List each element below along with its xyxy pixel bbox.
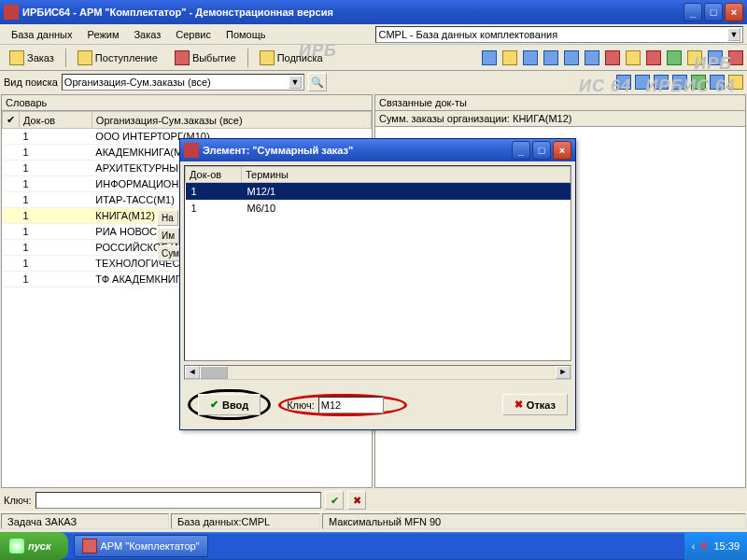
tool-icon[interactable]	[728, 50, 743, 65]
key-ok-button[interactable]: ✔	[325, 491, 344, 510]
menu-db[interactable]: База данных	[4, 27, 80, 42]
dialog-grid[interactable]: Док-ов Термины 1М12/11М6/10	[184, 165, 571, 361]
tool-icon[interactable]	[667, 50, 682, 65]
tray-icon[interactable]: ‹	[692, 540, 696, 552]
tool-icon[interactable]	[543, 50, 558, 65]
tool-icon[interactable]	[646, 50, 661, 65]
table-row[interactable]: 1М6/10	[186, 200, 571, 217]
taskbar-app[interactable]: АРМ "Комплектатор"	[74, 535, 208, 557]
status-task: Задача ЗАКАЗ	[1, 513, 169, 529]
dialog-buttons: ✔ Ввод Ключ: ✖ Отказ	[180, 384, 575, 429]
system-tray: ‹ K 15:39	[684, 532, 747, 560]
disposal-label: Выбытие	[192, 52, 236, 63]
col-term[interactable]: Организация-Сум.заказы (все)	[92, 112, 371, 129]
receipt-button[interactable]: Поступление	[72, 49, 163, 67]
tool-icon[interactable]	[710, 75, 725, 90]
taskbar: пуск АРМ "Комплектатор" ‹ K 15:39	[0, 532, 747, 560]
dialog-maximize-button[interactable]: □	[532, 141, 551, 160]
order-icon	[9, 50, 24, 65]
taskbar-app-label: АРМ "Комплектатор"	[101, 540, 200, 552]
menu-mode[interactable]: Режим	[80, 27, 127, 42]
taskbar-app-icon	[82, 539, 97, 553]
sidetab-2[interactable]: Им	[157, 228, 179, 244]
window-title: ИРБИС64 - АРМ "Комплектатор" - Демонстра…	[22, 7, 684, 18]
dialog-key-input[interactable]	[318, 397, 384, 413]
key-cancel-button[interactable]: ✖	[347, 491, 366, 510]
search-row: Вид поиска Организация-Сум.заказы (все) …	[0, 71, 747, 93]
app-icon	[4, 5, 19, 20]
dialog-ok-button[interactable]: ✔ Ввод	[198, 394, 261, 415]
tool-icon[interactable]	[564, 50, 579, 65]
dialog-title: Элемент: "Суммарный заказ"	[203, 145, 512, 156]
sidetab-1[interactable]: На	[157, 210, 178, 226]
database-combo[interactable]: CMPL - База данных комплектования ▼	[375, 26, 743, 43]
search-opt-button[interactable]: 🔍	[308, 73, 327, 91]
menu-help[interactable]: Помощь	[218, 27, 274, 42]
separator	[247, 49, 248, 67]
chevron-down-icon[interactable]: ▼	[727, 28, 740, 41]
dialog-hscroll[interactable]: ◄ ►	[184, 365, 571, 380]
key-input[interactable]	[35, 492, 321, 509]
dialog-ok-label: Ввод	[222, 399, 248, 411]
dialog-cancel-button[interactable]: ✖ Отказ	[502, 394, 568, 415]
toolbar-main: Заказ Поступление Выбытие Подписка	[0, 45, 747, 71]
tool-icon[interactable]	[728, 75, 743, 90]
right-subheader: Сумм. заказы организации: КНИГА(М12)	[375, 111, 745, 127]
tool-icon[interactable]	[635, 75, 650, 90]
tool-icon[interactable]	[523, 50, 538, 65]
menubar: База данных Режим Заказ Сервис Помощь CM…	[0, 24, 747, 45]
order-button[interactable]: Заказ	[4, 49, 60, 67]
tool-icon[interactable]	[502, 50, 517, 65]
scroll-thumb[interactable]	[200, 366, 228, 379]
tool-icon[interactable]	[654, 75, 669, 90]
tool-icon[interactable]	[626, 50, 641, 65]
tool-icon[interactable]	[708, 50, 723, 65]
key-row: Ключ: ✔ ✖	[0, 489, 747, 511]
table-row[interactable]: 1М12/1	[186, 183, 571, 201]
status-mfn: Максимальный MFN 90	[322, 513, 746, 529]
search-combo[interactable]: Организация-Сум.заказы (все) ▼	[62, 74, 304, 91]
dialog-key-label: Ключ:	[287, 399, 315, 411]
menu-order[interactable]: Заказ	[126, 27, 168, 42]
tool-icon[interactable]	[687, 50, 702, 65]
start-button[interactable]: пуск	[0, 532, 68, 560]
dlg-col-count[interactable]: Док-ов	[186, 167, 242, 183]
scroll-right-icon[interactable]: ►	[556, 366, 571, 379]
order-label: Заказ	[27, 52, 54, 63]
dialog-titlebar[interactable]: Элемент: "Суммарный заказ" _ □ ×	[180, 139, 575, 161]
tool-icon[interactable]	[482, 50, 497, 65]
receipt-icon	[78, 50, 92, 65]
search-label: Вид поиска	[4, 77, 58, 88]
tool-icon[interactable]	[691, 75, 706, 90]
maximize-button[interactable]: □	[704, 3, 723, 21]
tool-icon[interactable]	[605, 50, 620, 65]
key-label: Ключ:	[4, 495, 32, 506]
dlg-col-term[interactable]: Термины	[242, 167, 571, 183]
disposal-icon	[175, 50, 190, 65]
col-check[interactable]: ✔	[3, 112, 20, 129]
menu-service[interactable]: Сервис	[168, 27, 218, 42]
start-icon	[9, 539, 24, 553]
tool-icon[interactable]	[585, 50, 599, 65]
key-highlight: Ключ:	[278, 394, 407, 416]
disposal-button[interactable]: Выбытие	[169, 49, 242, 67]
tool-icon[interactable]	[616, 75, 631, 90]
right-header: Связанные док-ты	[375, 95, 745, 111]
dialog-minimize-button[interactable]: _	[512, 141, 530, 160]
search-combo-value: Организация-Сум.заказы (все)	[64, 77, 289, 88]
tool-icon[interactable]	[672, 75, 687, 90]
cross-icon: ✖	[514, 399, 523, 411]
col-count[interactable]: Док-ов	[20, 112, 92, 129]
close-button[interactable]: ×	[725, 3, 743, 21]
dialog-close-button[interactable]: ×	[553, 141, 571, 160]
subscribe-button[interactable]: Подписка	[254, 49, 329, 67]
dialog-icon	[184, 143, 199, 158]
envelope-icon	[260, 50, 275, 65]
start-label: пуск	[28, 540, 51, 552]
statusbar: Задача ЗАКАЗ База данных:CMPL Максимальн…	[0, 511, 747, 530]
scroll-left-icon[interactable]: ◄	[185, 366, 200, 379]
minimize-button[interactable]: _	[684, 3, 702, 21]
element-dialog: Элемент: "Суммарный заказ" _ □ × Док-ов …	[179, 138, 576, 430]
tray-k-icon[interactable]: K	[701, 540, 709, 552]
chevron-down-icon[interactable]: ▼	[289, 76, 302, 89]
